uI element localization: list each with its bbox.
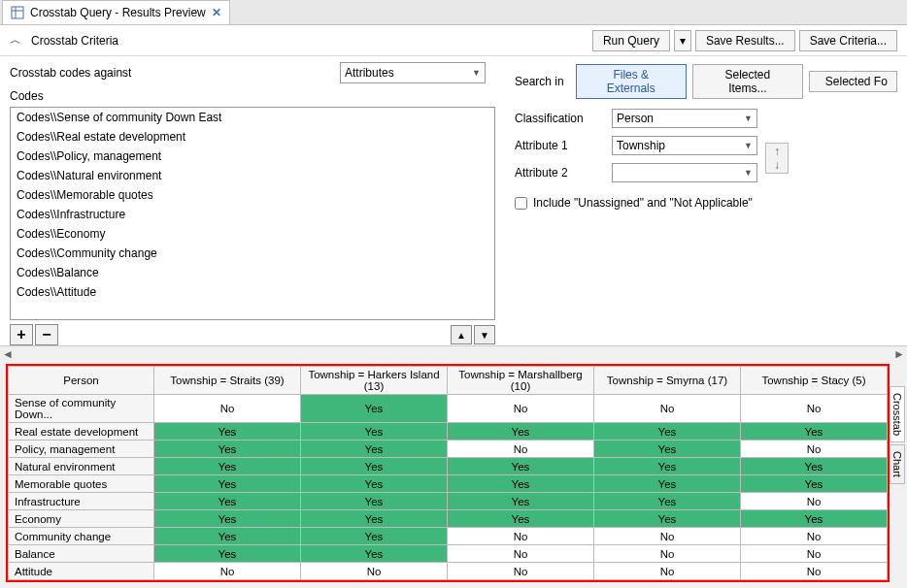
data-cell[interactable]: Yes: [301, 423, 448, 441]
data-cell[interactable]: Yes: [154, 441, 301, 458]
data-cell[interactable]: Yes: [301, 493, 448, 510]
data-cell[interactable]: Yes: [594, 510, 741, 528]
column-header-cell[interactable]: Township = Marshallberg (10): [448, 367, 594, 395]
row-label-cell[interactable]: Community change: [9, 528, 154, 545]
row-label-cell[interactable]: Policy, management: [9, 441, 154, 458]
run-query-button[interactable]: Run Query: [592, 30, 670, 51]
data-cell[interactable]: Yes: [741, 423, 888, 441]
attribute2-combo[interactable]: ▼: [612, 163, 757, 182]
files-externals-button[interactable]: Files & Externals: [576, 64, 687, 99]
column-header-cell[interactable]: Township = Harkers Island (13): [301, 367, 448, 395]
data-cell[interactable]: No: [594, 528, 741, 545]
data-cell[interactable]: No: [594, 563, 741, 580]
data-cell[interactable]: Yes: [594, 441, 741, 458]
data-cell[interactable]: Yes: [594, 423, 741, 441]
codes-list-item[interactable]: Codes\\Infrastructure: [11, 205, 494, 224]
row-label-cell[interactable]: Natural environment: [9, 458, 154, 475]
data-cell[interactable]: No: [594, 545, 741, 563]
data-cell[interactable]: Yes: [154, 528, 301, 545]
scroll-left-icon[interactable]: ◄: [2, 347, 14, 361]
data-cell[interactable]: No: [741, 563, 888, 580]
data-cell[interactable]: Yes: [448, 423, 594, 441]
side-tab-crosstab[interactable]: Crosstab: [890, 386, 905, 442]
remove-button[interactable]: −: [35, 324, 58, 345]
data-cell[interactable]: Yes: [448, 458, 594, 475]
row-label-cell[interactable]: Economy: [9, 510, 154, 528]
codes-listbox[interactable]: Codes\\Sense of community Down EastCodes…: [10, 107, 495, 320]
data-cell[interactable]: Yes: [154, 545, 301, 563]
data-cell[interactable]: Yes: [448, 475, 594, 493]
column-header-cell[interactable]: Township = Smyrna (17): [594, 367, 741, 395]
data-cell[interactable]: Yes: [741, 510, 888, 528]
move-up-button[interactable]: ▲: [451, 325, 472, 344]
data-cell[interactable]: Yes: [594, 475, 741, 493]
column-header-cell[interactable]: Township = Straits (39): [154, 367, 301, 395]
data-cell[interactable]: Yes: [741, 475, 888, 493]
data-cell[interactable]: No: [741, 545, 888, 563]
swap-attributes-button[interactable]: ↑ ↓: [765, 143, 789, 174]
move-down-button[interactable]: ▼: [474, 325, 495, 344]
run-query-dropdown[interactable]: ▾: [674, 30, 691, 51]
data-cell[interactable]: No: [448, 441, 594, 458]
data-cell[interactable]: Yes: [301, 458, 448, 475]
data-cell[interactable]: Yes: [154, 475, 301, 493]
codes-list-item[interactable]: Codes\\Policy, management: [11, 147, 494, 166]
data-cell[interactable]: No: [594, 395, 741, 423]
data-cell[interactable]: Yes: [301, 545, 448, 563]
codes-list-item[interactable]: Codes\\Balance: [11, 263, 494, 282]
data-cell[interactable]: No: [301, 563, 448, 580]
data-cell[interactable]: Yes: [301, 441, 448, 458]
data-cell[interactable]: Yes: [154, 510, 301, 528]
save-criteria-button[interactable]: Save Criteria...: [799, 30, 897, 51]
data-cell[interactable]: Yes: [154, 493, 301, 510]
data-cell[interactable]: Yes: [594, 493, 741, 510]
row-label-cell[interactable]: Attitude: [9, 563, 154, 580]
include-unassigned-checkbox[interactable]: [515, 197, 527, 210]
side-tab-chart[interactable]: Chart: [890, 444, 905, 484]
data-cell[interactable]: No: [154, 563, 301, 580]
data-cell[interactable]: Yes: [301, 528, 448, 545]
data-cell[interactable]: No: [448, 545, 594, 563]
save-results-button[interactable]: Save Results...: [695, 30, 795, 51]
row-label-cell[interactable]: Balance: [9, 545, 154, 563]
data-cell[interactable]: Yes: [301, 510, 448, 528]
data-cell[interactable]: No: [741, 441, 888, 458]
data-cell[interactable]: Yes: [594, 458, 741, 475]
selected-items-button[interactable]: Selected Items...: [692, 64, 803, 99]
data-cell[interactable]: Yes: [301, 475, 448, 493]
data-cell[interactable]: No: [154, 395, 301, 423]
codes-against-combo[interactable]: Attributes ▼: [340, 62, 486, 83]
row-label-cell[interactable]: Sense of community Down...: [9, 395, 154, 423]
data-cell[interactable]: No: [448, 395, 594, 423]
add-button[interactable]: +: [10, 324, 33, 345]
attribute1-combo[interactable]: Township ▼: [612, 136, 757, 155]
close-icon[interactable]: ✕: [212, 6, 221, 19]
classification-combo[interactable]: Person ▼: [612, 109, 757, 128]
data-cell[interactable]: Yes: [448, 510, 594, 528]
data-cell[interactable]: No: [741, 395, 888, 423]
data-cell[interactable]: No: [741, 493, 888, 510]
codes-list-item[interactable]: Codes\\Memorable quotes: [11, 185, 494, 205]
column-header-cell[interactable]: Township = Stacy (5): [741, 367, 888, 395]
codes-list-item[interactable]: Codes\\Natural environment: [11, 166, 494, 185]
document-tab[interactable]: Crosstab Query - Results Preview ✕: [2, 0, 230, 24]
data-cell[interactable]: Yes: [741, 458, 888, 475]
horizontal-scrollbar[interactable]: ◄ ►: [0, 345, 907, 361]
data-cell[interactable]: Yes: [301, 395, 448, 423]
row-label-cell[interactable]: Real estate development: [9, 423, 154, 441]
codes-list-item[interactable]: Codes\\Sense of community Down East: [11, 108, 494, 127]
selected-folders-button[interactable]: Selected Fo: [809, 71, 897, 92]
codes-list-item[interactable]: Codes\\Economy: [11, 224, 494, 244]
row-label-cell[interactable]: Memorable quotes: [9, 475, 154, 493]
collapse-chevron-icon[interactable]: ︿: [10, 32, 21, 49]
data-cell[interactable]: Yes: [448, 493, 594, 510]
results-table[interactable]: PersonTownship = Straits (39)Township = …: [8, 366, 888, 580]
row-label-cell[interactable]: Infrastructure: [9, 493, 154, 510]
data-cell[interactable]: Yes: [154, 458, 301, 475]
data-cell[interactable]: No: [448, 528, 594, 545]
data-cell[interactable]: Yes: [154, 423, 301, 441]
codes-list-item[interactable]: Codes\\Attitude: [11, 282, 494, 302]
codes-list-item[interactable]: Codes\\Community change: [11, 244, 494, 263]
scroll-right-icon[interactable]: ►: [893, 347, 905, 361]
codes-list-item[interactable]: Codes\\Real estate development: [11, 127, 494, 147]
